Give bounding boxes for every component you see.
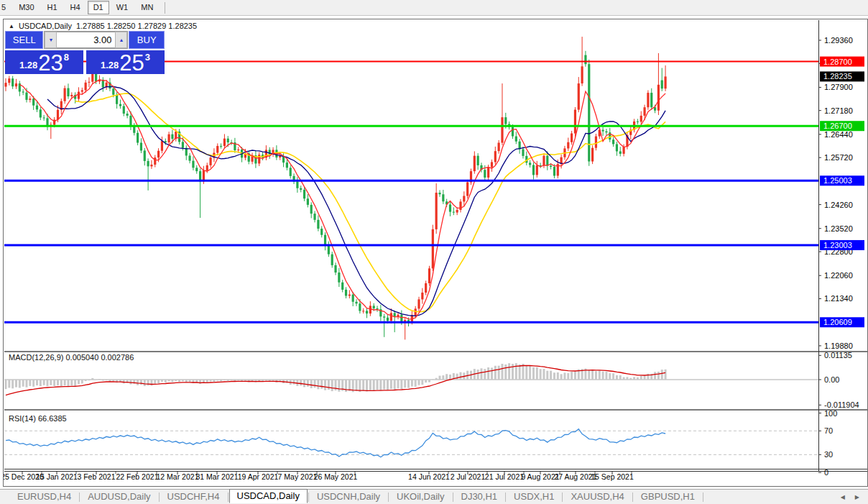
tab-audusd-daily[interactable]: AUDUSD,Daily (80, 490, 157, 503)
candle (661, 68, 663, 91)
price-tick-label: 1.21340 (824, 294, 853, 303)
candle (525, 152, 527, 165)
tab-usdcnh-daily[interactable]: USDCNH,Daily (310, 490, 387, 503)
candle (230, 139, 232, 145)
tab-xauusd-h4[interactable]: XAUUSD,H4 (563, 490, 631, 503)
candle (348, 290, 351, 298)
candle (362, 308, 364, 313)
tab-eurusd-h4[interactable]: EURUSD,H4 (10, 490, 78, 503)
candle (605, 129, 607, 135)
candle (376, 306, 378, 311)
price-tick-label: 1.22060 (824, 271, 853, 280)
candle (88, 78, 90, 88)
price-tag-label: 1.28235 (823, 72, 852, 81)
candle (428, 266, 430, 286)
candle (307, 194, 309, 208)
timeframe-button-m5[interactable]: 5 (0, 1, 11, 14)
price-chart-canvas[interactable]: 1.293601.286401.279001.271801.264401.257… (4, 19, 867, 486)
timeframe-button-mn[interactable]: MN (135, 1, 159, 14)
price-tags: 1.287001.282351.267001.250031.230031.206… (820, 57, 864, 328)
date-label: 15 Sep 2021 (591, 472, 634, 481)
candle (501, 83, 503, 145)
tab-separator (79, 492, 80, 502)
collapse-chart-icon[interactable]: ▲ (9, 23, 14, 29)
price-tag-label: 1.28700 (823, 58, 852, 66)
candle (664, 65, 666, 91)
candle (192, 156, 194, 170)
candle (602, 127, 604, 136)
candle (532, 162, 535, 180)
macd-axis-label: 0.00 (824, 375, 839, 384)
price-tick-label: 1.23520 (824, 224, 853, 233)
candle (178, 129, 180, 145)
candle (650, 88, 652, 110)
candle (150, 160, 152, 169)
candle (154, 155, 156, 168)
candle (355, 299, 357, 306)
candle (290, 165, 292, 179)
date-label: 19 Apr 2021 (238, 472, 279, 481)
candle (258, 152, 260, 166)
tab-usdchf-h4[interactable]: USDCHF,H4 (160, 490, 227, 503)
tab-separator (308, 492, 309, 502)
tab-usdx-h1[interactable]: USDX,H1 (507, 490, 561, 503)
candle (11, 76, 14, 89)
candle (234, 138, 236, 153)
candle (303, 187, 305, 201)
tab-ukoil-daily[interactable]: UKOil,Daily (389, 490, 451, 503)
timeframe-button-w1[interactable]: W1 (111, 1, 134, 14)
volume-input[interactable] (57, 32, 115, 48)
tab-separator (632, 492, 633, 502)
candle (578, 77, 580, 112)
ask-quote-button[interactable]: 1.28 25 3 (86, 50, 165, 74)
volume-decrease-icon[interactable]: ▼ (45, 32, 57, 48)
candle (43, 115, 45, 121)
candle (209, 155, 211, 168)
toolbar-separator (165, 2, 165, 14)
tab-scroll-arrows: ◀ ▶ (841, 494, 859, 500)
candle (4, 78, 6, 91)
date-label: 26 May 2021 (314, 472, 358, 481)
candle (119, 99, 121, 109)
tab-scroll-right-icon[interactable]: ▶ (855, 494, 859, 500)
candle (477, 153, 479, 170)
chart-title: ▲ USDCAD,Daily 1.27885 1.28250 1.27829 1… (9, 22, 197, 30)
timeframe-button-m30[interactable]: M30 (13, 1, 40, 14)
candle (609, 128, 611, 142)
candle (612, 137, 614, 147)
sell-button[interactable]: SELL (5, 31, 43, 49)
candle (102, 77, 104, 91)
price-tick-label: 1.29360 (824, 36, 853, 45)
candle (313, 211, 315, 223)
candle (560, 155, 563, 168)
candle (438, 190, 440, 196)
candle (126, 111, 129, 118)
candle (529, 160, 531, 168)
price-tick-label: 1.24260 (824, 201, 853, 209)
timeframe-button-h4[interactable]: H4 (65, 1, 86, 14)
tab-scroll-left-icon[interactable]: ◀ (841, 494, 845, 500)
one-click-trade-panel: SELL ▼ ▲ BUY 1.28 23 8 1.28 25 3 (5, 31, 165, 74)
buy-button[interactable]: BUY (129, 31, 165, 49)
candle (161, 137, 163, 153)
candle (185, 145, 188, 160)
candle (67, 83, 69, 98)
tab-gbpusd-h1[interactable]: GBPUSD,H1 (634, 490, 702, 503)
candle (640, 111, 642, 124)
rsi-axis-label: 0 (824, 468, 828, 477)
tab-usdcad-daily[interactable]: USDCAD,Daily (229, 489, 308, 503)
ask-price-big: 25 (119, 53, 144, 73)
candle (334, 262, 336, 275)
candle (254, 151, 257, 168)
timeframe-button-h1[interactable]: H1 (42, 1, 63, 14)
volume-increase-icon[interactable]: ▲ (115, 32, 127, 48)
tab-dj30-h1[interactable]: DJ30,H1 (454, 490, 505, 503)
candle (168, 132, 170, 145)
timeframe-button-d1[interactable]: D1 (88, 1, 109, 14)
candle (519, 139, 521, 154)
candle (588, 60, 590, 166)
candle (515, 132, 517, 144)
candle (292, 173, 295, 184)
bid-quote-button[interactable]: 1.28 23 8 (5, 50, 83, 74)
candle (404, 318, 406, 340)
